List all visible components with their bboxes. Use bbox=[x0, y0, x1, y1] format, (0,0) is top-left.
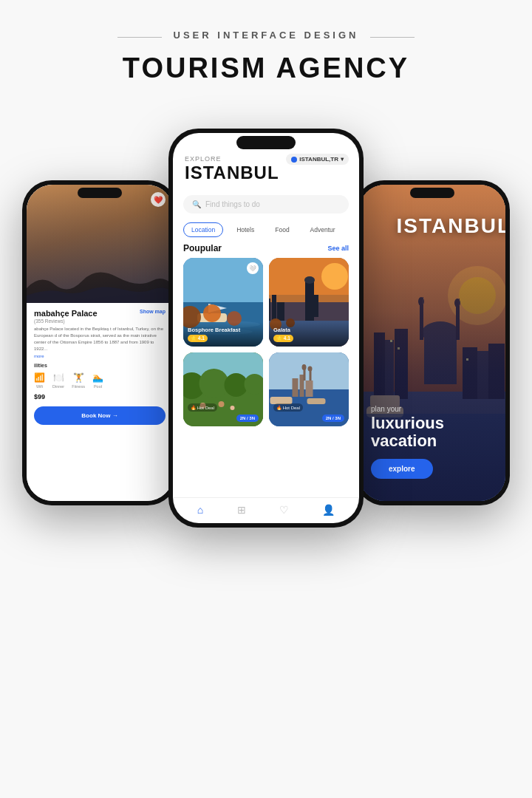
phone-left-screen: ❤️ mabahçe Palace Show map (355 Reviews)… bbox=[27, 185, 173, 501]
filter-food[interactable]: Food bbox=[267, 223, 296, 236]
hot-deal-badge-1: 🔥 Hot Deal bbox=[188, 403, 217, 412]
istanbul-watermark: ISTANBUL bbox=[397, 214, 505, 238]
svg-point-44 bbox=[302, 364, 307, 370]
popular-cards-row: 🤍 Bosphore Breakfast ⭐ 4.1 bbox=[173, 258, 359, 352]
amenities-row: 📶 Wifi 🍽️ Dinner 🏋️ Fitness 🏊 Pool bbox=[27, 368, 173, 393]
galata-rating: ⭐ 4.1 bbox=[273, 335, 344, 342]
svg-rect-41 bbox=[306, 381, 313, 397]
palace-info: mabahçe Palace Show map (355 Reviews) ab… bbox=[27, 303, 173, 361]
svg-point-45 bbox=[308, 366, 313, 372]
phone-left: ❤️ mabahçe Palace Show map (355 Reviews)… bbox=[22, 180, 177, 505]
svg-rect-16 bbox=[272, 295, 276, 321]
svg-point-14 bbox=[321, 263, 348, 290]
left-phone-content: ❤️ mabahçe Palace Show map (355 Reviews)… bbox=[27, 185, 173, 501]
search-icon: 🔍 bbox=[192, 200, 201, 208]
dinner-icon: 🍽️ bbox=[53, 372, 64, 383]
svg-point-28 bbox=[200, 369, 229, 398]
amenity-fitness: 🏋️ Fitness bbox=[72, 372, 85, 389]
right-phone-content: ISTANBUL plan your luxurious vacation ex… bbox=[359, 185, 505, 501]
favorite-button[interactable]: ❤️ bbox=[151, 192, 166, 207]
nav-search-icon[interactable]: ⊞ bbox=[237, 504, 246, 516]
read-more-link[interactable]: more bbox=[34, 354, 166, 358]
svg-point-9 bbox=[203, 304, 221, 322]
card-galata[interactable]: Galata ⭐ 4.1 bbox=[269, 258, 349, 347]
filter-hotels[interactable]: Hotels bbox=[229, 223, 262, 236]
card-deal-2[interactable]: 🔥 Hot Deal 2N / 3N bbox=[269, 352, 349, 426]
phone-right-screen: ISTANBUL plan your luxurious vacation ex… bbox=[359, 185, 505, 501]
deal-cards-row: 🔥 Hot Deal 2N / 3N bbox=[173, 352, 359, 432]
svg-rect-15 bbox=[269, 299, 270, 321]
nights-badge-1: 2N / 3N bbox=[236, 415, 259, 422]
filter-location[interactable]: Location bbox=[183, 222, 223, 237]
bosphorus-heart[interactable]: 🤍 bbox=[247, 262, 259, 274]
svg-rect-17 bbox=[277, 302, 284, 321]
card-bosphorus[interactable]: 🤍 Bosphore Breakfast ⭐ 4.1 bbox=[183, 258, 263, 347]
location-text: ISTANBUL,TR bbox=[299, 156, 338, 163]
svg-point-33 bbox=[231, 406, 235, 410]
bosphorus-name: Bosphore Breakfast bbox=[188, 327, 259, 333]
center-phone-content: EXPLORE ISTANBUL ISTANBUL,TR ▾ 🔍 Find th… bbox=[173, 133, 359, 523]
location-badge[interactable]: ISTANBUL,TR ▾ bbox=[286, 154, 349, 165]
amenity-wifi: 📶 Wifi bbox=[34, 372, 45, 389]
show-map-link[interactable]: Show map bbox=[140, 309, 166, 314]
nights-badge-2: 2N / 3N bbox=[322, 415, 344, 422]
palace-header-row: mabahçe Palace Show map bbox=[34, 309, 166, 318]
galata-rating-badge: ⭐ 4.1 bbox=[273, 335, 293, 342]
bridge-silhouette bbox=[27, 259, 173, 303]
pool-icon: 🏊 bbox=[92, 372, 103, 383]
hot-deal-badge-2: 🔥 Hot Deal bbox=[273, 403, 303, 412]
page-header: USER INTERFACE DESIGN TOURISM AGENCY bbox=[117, 0, 415, 84]
luxurious-headline: luxurious vacation bbox=[371, 415, 494, 450]
see-all-link[interactable]: See all bbox=[327, 245, 349, 252]
svg-rect-39 bbox=[293, 378, 299, 397]
left-hero-image: ❤️ bbox=[27, 185, 173, 303]
fitness-icon: 🏋️ bbox=[73, 372, 84, 383]
galata-overlay: Galata ⭐ 4.1 bbox=[269, 322, 349, 347]
svg-rect-20 bbox=[313, 295, 318, 317]
explore-button[interactable]: explore bbox=[371, 459, 433, 479]
palace-description: abahçe Palace located in the Beşiktaş t … bbox=[34, 326, 166, 352]
palace-name: mabahçe Palace bbox=[34, 309, 98, 318]
phone-left-notch bbox=[78, 188, 122, 198]
filter-adventure[interactable]: Adventur bbox=[303, 223, 343, 236]
bosphorus-rating-badge: ⭐ 4.1 bbox=[188, 335, 208, 342]
amenity-dinner: 🍽️ Dinner bbox=[52, 372, 64, 389]
amenity-pool: 🏊 Pool bbox=[92, 372, 103, 389]
phones-showcase: ❤️ mabahçe Palace Show map (355 Reviews)… bbox=[0, 106, 532, 668]
bosphorus-overlay: Bosphore Breakfast ⭐ 4.1 bbox=[183, 322, 263, 347]
galata-name: Galata bbox=[273, 327, 344, 333]
book-now-button[interactable]: Book Now → bbox=[34, 406, 166, 425]
search-placeholder-text: Find things to do bbox=[205, 200, 260, 208]
phone-center-screen: EXPLORE ISTANBUL ISTANBUL,TR ▾ 🔍 Find th… bbox=[173, 133, 359, 523]
reviews-count: (355 Reviews) bbox=[34, 318, 166, 324]
nav-heart-icon[interactable]: ♡ bbox=[279, 504, 289, 516]
bosphorus-rating: ⭐ 4.1 bbox=[188, 335, 259, 342]
plan-text: plan your bbox=[371, 405, 494, 413]
wifi-icon: 📶 bbox=[34, 372, 45, 383]
search-bar[interactable]: 🔍 Find things to do bbox=[183, 195, 349, 214]
nav-home-icon[interactable]: ⌂ bbox=[197, 504, 203, 516]
filter-row: Location Hotels Food Adventur bbox=[173, 219, 359, 242]
svg-point-32 bbox=[219, 401, 225, 407]
phone-right: ISTANBUL plan your luxurious vacation ex… bbox=[355, 180, 510, 505]
phone-right-notch bbox=[410, 188, 454, 198]
phone-center: EXPLORE ISTANBUL ISTANBUL,TR ▾ 🔍 Find th… bbox=[168, 129, 364, 528]
chevron-down-icon: ▾ bbox=[341, 156, 344, 163]
istanbul-title: ISTANBUL bbox=[185, 163, 347, 183]
page-title: TOURISM AGENCY bbox=[117, 52, 415, 84]
amenities-section-label: ilities bbox=[27, 361, 173, 368]
popular-label: Poupular bbox=[183, 243, 222, 253]
price-display: $99 bbox=[27, 393, 173, 403]
bottom-navigation: ⌂ ⊞ ♡ 👤 bbox=[173, 497, 359, 523]
right-bottom-content: plan your luxurious vacation explore bbox=[359, 405, 505, 479]
phone-center-notch bbox=[236, 136, 296, 149]
nav-profile-icon[interactable]: 👤 bbox=[322, 504, 335, 516]
popular-header: Poupular See all bbox=[173, 242, 359, 258]
header-subtitle: USER INTERFACE DESIGN bbox=[174, 30, 359, 41]
svg-point-19 bbox=[304, 276, 315, 284]
location-dot bbox=[291, 157, 297, 163]
svg-rect-38 bbox=[307, 398, 326, 404]
card-deal-1[interactable]: 🔥 Hot Deal 2N / 3N bbox=[183, 352, 263, 426]
